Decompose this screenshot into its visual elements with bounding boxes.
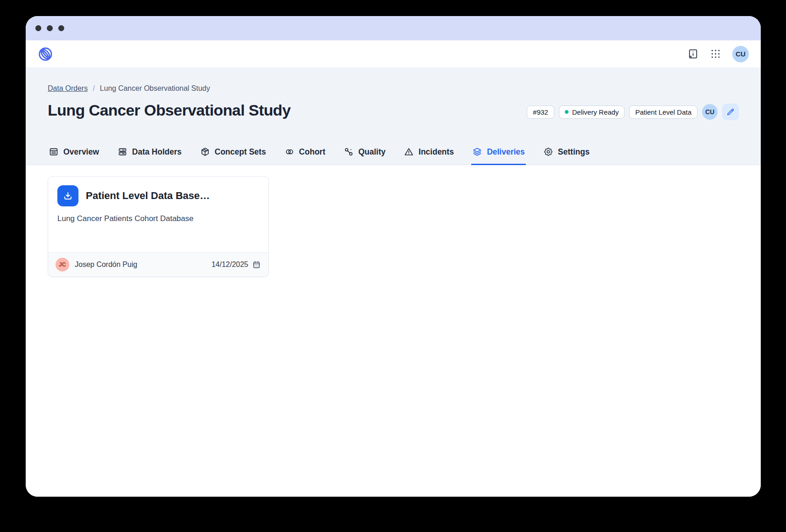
page-hero: Data Orders / Lung Cancer Observational … [26,68,761,165]
nodes-icon [344,147,354,157]
brand-logo-icon[interactable] [38,46,53,62]
user-avatar[interactable]: CU [732,46,749,62]
window-control-maximize[interactable] [58,25,64,31]
table-icon [49,147,59,157]
layers-icon [472,147,482,157]
delivery-title: Patient Level Data Base… [86,190,210,202]
tab-overview[interactable]: Overview [48,146,100,165]
app-header: CU [26,40,761,68]
tab-settings[interactable]: Settings [542,146,591,165]
status-dot-icon [565,110,569,114]
delivery-description: Lung Cancer Patients Cohort Database [57,214,259,223]
status-badge: Delivery Ready [559,105,625,119]
tab-data-holders[interactable]: Data Holders [117,146,183,165]
package-icon [200,147,210,157]
tab-concept-sets[interactable]: Concept Sets [199,146,267,165]
venn-circles-icon [284,147,295,157]
app-window: CU Data Orders / Lung Cancer Observation… [26,16,761,497]
gear-icon [543,147,553,157]
data-type-badge: Patient Level Data [629,105,697,119]
order-id-badge: #932 [527,105,554,119]
breadcrumb: Data Orders / Lung Cancer Observational … [48,84,739,93]
delivery-date-value: 14/12/2025 [212,260,248,269]
download-icon [62,190,73,201]
warning-triangle-icon [404,147,414,157]
delivery-owner-avatar: JC [56,258,69,272]
tab-quality[interactable]: Quality [343,146,386,165]
apps-grid-icon[interactable] [710,48,721,60]
breadcrumb-separator: / [93,84,95,93]
download-tile[interactable] [57,185,78,206]
edit-button[interactable] [722,104,739,120]
delivery-owner-name: Josep Cordón Puig [75,260,137,269]
delivery-card[interactable]: Patient Level Data Base… Lung Cancer Pat… [48,176,269,277]
page-meta: #932 Delivery Ready Patient Level Data C… [527,104,739,120]
server-icon [117,147,128,157]
tab-cohort[interactable]: Cohort [284,146,326,165]
window-titlebar [26,16,761,40]
window-control-close[interactable] [35,25,41,31]
status-badge-label: Delivery Ready [572,108,619,116]
breadcrumb-link-data-orders[interactable]: Data Orders [48,84,88,93]
tab-bar: Overview Data Holders Concept Sets [26,146,761,165]
breadcrumb-current: Lung Cancer Observational Study [100,84,210,93]
delivery-date: 14/12/2025 [212,260,261,269]
delivery-card-header: Patient Level Data Base… [57,185,259,206]
delivery-card-main: Patient Level Data Base… Lung Cancer Pat… [48,177,268,252]
page-title: Lung Cancer Observational Study [48,101,290,119]
title-row: Lung Cancer Observational Study #932 Del… [48,100,739,120]
tab-deliveries[interactable]: Deliveries [471,146,526,165]
tab-incidents[interactable]: Incidents [403,146,455,165]
order-owner-avatar[interactable]: CU [702,104,718,120]
docs-book-icon[interactable] [687,48,699,60]
window-control-minimize[interactable] [47,25,53,31]
header-actions: CU [687,46,749,62]
deliveries-panel: Patient Level Data Base… Lung Cancer Pat… [26,165,761,497]
pencil-icon [726,107,735,116]
delivery-card-footer: JC Josep Cordón Puig 14/12/2025 [48,252,268,277]
calendar-icon [252,260,261,269]
